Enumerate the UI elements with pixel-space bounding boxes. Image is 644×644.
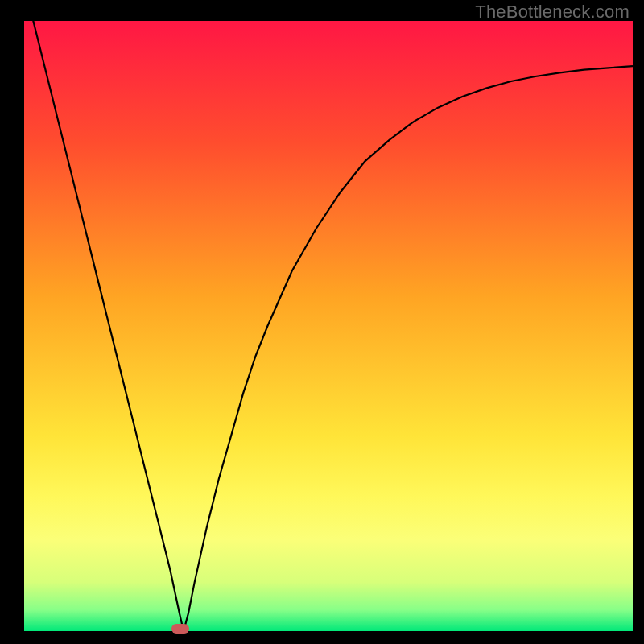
chart-frame: TheBottleneck.com: [0, 0, 644, 644]
optimal-marker: [171, 624, 189, 634]
gradient-background: [24, 21, 633, 631]
bottleneck-chart: [0, 0, 644, 644]
